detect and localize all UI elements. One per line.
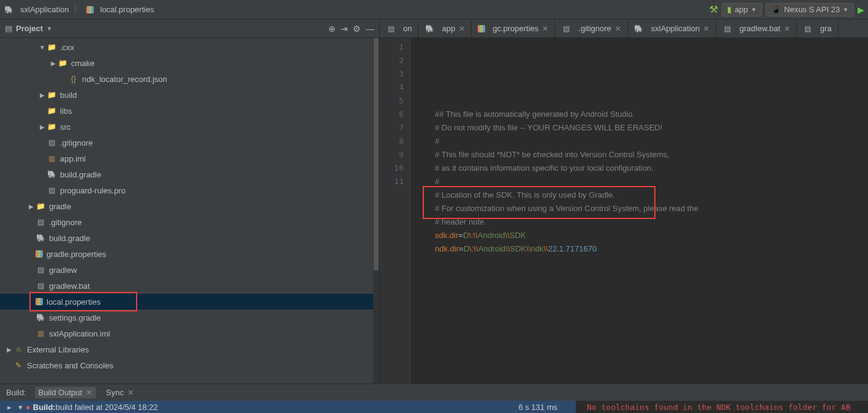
tree-row[interactable]: 🐘build.gradle bbox=[0, 166, 379, 182]
breadcrumb-item-file[interactable]: local.properties bbox=[86, 5, 154, 14]
chevron-right-icon[interactable]: ▶ bbox=[38, 124, 47, 130]
tree-item-label: cmake bbox=[71, 59, 94, 68]
build-status-left[interactable]: ▸ ▾ ● Build: build failed at 2024/5/4 18… bbox=[0, 401, 576, 413]
editor-tab[interactable]: 🐘sxlApplication✕ bbox=[628, 20, 717, 37]
build-status-bar: ▸ ▾ ● Build: build failed at 2024/5/4 18… bbox=[0, 401, 868, 413]
code-line: # bbox=[435, 135, 868, 148]
close-icon[interactable]: ✕ bbox=[703, 24, 709, 33]
folder-icon: 📁 bbox=[47, 90, 56, 100]
chevron-right-icon[interactable]: ▶ bbox=[5, 346, 13, 353]
tree-item-label: gradlew bbox=[49, 266, 77, 275]
build-tab[interactable]: Sync✕ bbox=[102, 387, 138, 398]
tree-item-label: .gitignore bbox=[49, 218, 81, 227]
tree-item-label: ndk_locator_record.json bbox=[82, 75, 167, 84]
tree-row[interactable]: ▼📁.cxx bbox=[0, 39, 379, 55]
line-number: 7 bbox=[380, 121, 404, 135]
editor-tabs: ▤on🐘app✕gc.properties✕▤.gitignore✕🐘sxlAp… bbox=[380, 20, 868, 38]
tree-row[interactable]: ▤.gitignore bbox=[0, 135, 379, 151]
close-icon[interactable]: ✕ bbox=[542, 24, 548, 33]
tree-item-label: gradle bbox=[49, 202, 71, 211]
build-tab[interactable]: Build Output✕ bbox=[35, 387, 97, 398]
file-icon: ▤ bbox=[386, 24, 396, 34]
file-icon: ▤ bbox=[36, 217, 45, 227]
editor-tab[interactable]: ▤.gitignore✕ bbox=[555, 20, 627, 37]
tree-row[interactable]: ✎Scratches and Consoles bbox=[0, 357, 379, 373]
breadcrumb-text: sxlApplication bbox=[20, 5, 69, 14]
tree-row[interactable]: local.properties bbox=[0, 294, 379, 310]
top-breadcrumb-bar: 🐘 sxlApplication 〉 local.properties ⚒ ▮ … bbox=[0, 0, 868, 20]
tab-label: sxlApplication bbox=[651, 24, 700, 33]
line-number: 9 bbox=[380, 148, 404, 162]
chevron-right-icon[interactable]: ▶ bbox=[38, 92, 47, 99]
lib-icon: ⎋ bbox=[13, 344, 23, 354]
iml-icon: ▦ bbox=[47, 154, 56, 163]
gradle-icon: 🐘 bbox=[47, 169, 56, 179]
build-status-right: No toolchains found in the NDK toolchain… bbox=[576, 401, 868, 413]
tree-row[interactable]: ▶📁gradle bbox=[0, 198, 379, 214]
run-icon[interactable]: ▶ bbox=[858, 5, 864, 15]
tree-row[interactable]: {}ndk_locator_record.json bbox=[0, 71, 379, 87]
close-icon[interactable]: ✕ bbox=[784, 24, 790, 33]
build-icon[interactable]: ⚒ bbox=[709, 4, 718, 15]
tree-row[interactable]: ▦sxlApplication.iml bbox=[0, 326, 379, 341]
tree-row[interactable]: 📁libs bbox=[0, 103, 379, 119]
device-select[interactable]: 📱 Nexus S API 23 ▼ bbox=[766, 3, 854, 17]
breadcrumb-item-project[interactable]: 🐘 sxlApplication bbox=[4, 5, 69, 15]
chevron-right-icon[interactable]: ▸ bbox=[4, 403, 15, 412]
close-icon[interactable]: ✕ bbox=[86, 388, 92, 397]
chevron-down-icon[interactable]: ▼ bbox=[47, 26, 52, 32]
build-tab-label: Sync bbox=[106, 388, 124, 397]
build-elapsed: 6 s 131 ms bbox=[518, 403, 557, 412]
editor-tab[interactable]: ▤gradlew.bat✕ bbox=[716, 20, 797, 37]
gradle-icon: 🐘 bbox=[36, 233, 45, 243]
tree-row[interactable]: 🐘build.gradle bbox=[0, 230, 379, 246]
code-line: sdk.dir=D\:\\Android\\SDK bbox=[435, 229, 868, 242]
tree-row[interactable]: ▶📁cmake bbox=[0, 55, 379, 71]
tree-row[interactable]: 🐘settings.gradle bbox=[0, 310, 379, 326]
tree-row[interactable]: ▤.gitignore bbox=[0, 214, 379, 230]
line-gutter: 1234567891011 bbox=[380, 38, 410, 384]
props-icon bbox=[36, 250, 43, 258]
tree-item-label: app.iml bbox=[60, 154, 86, 163]
chevron-right-icon[interactable]: ▶ bbox=[27, 203, 36, 210]
run-config-select[interactable]: ▮ app ▼ bbox=[722, 3, 762, 17]
editor-tab[interactable]: ▤on bbox=[380, 20, 418, 37]
chevron-down-icon[interactable]: ▾ bbox=[15, 403, 26, 412]
build-label: Build: bbox=[6, 388, 26, 397]
minimize-icon[interactable]: — bbox=[366, 24, 374, 34]
tree-row[interactable]: ▶📁build bbox=[0, 87, 379, 103]
collapse-icon[interactable]: ⇥ bbox=[341, 24, 348, 34]
tree-row[interactable]: ▤proguard-rules.pro bbox=[0, 182, 379, 198]
project-tree[interactable]: ▼📁.cxx▶📁cmake{}ndk_locator_record.json▶📁… bbox=[0, 38, 379, 384]
tree-row[interactable]: ▤gradlew bbox=[0, 262, 379, 278]
close-icon[interactable]: ✕ bbox=[615, 24, 621, 33]
scrollbar-thumb[interactable] bbox=[374, 38, 379, 270]
tree-row[interactable]: ▶⎋External Libraries bbox=[0, 341, 379, 357]
close-icon[interactable]: ✕ bbox=[459, 24, 465, 33]
close-icon[interactable]: ✕ bbox=[127, 388, 134, 397]
tree-row[interactable]: ▤gradlew.bat bbox=[0, 278, 379, 294]
chevron-right-icon[interactable]: ▶ bbox=[49, 60, 58, 67]
error-icon: ● bbox=[26, 403, 31, 412]
tree-scrollbar[interactable] bbox=[373, 38, 379, 384]
gear-icon[interactable]: ⚙ bbox=[353, 24, 361, 34]
folder-icon: 📁 bbox=[58, 58, 67, 68]
tree-row[interactable]: ▦app.iml bbox=[0, 151, 379, 166]
tree-row[interactable]: gradle.properties bbox=[0, 246, 379, 262]
code-content: ## This file is automatically generated … bbox=[410, 38, 868, 384]
file-icon: ▤ bbox=[36, 281, 45, 291]
line-number: 5 bbox=[380, 94, 404, 108]
code-editor[interactable]: 1234567891011 ## This file is automatica… bbox=[380, 38, 868, 384]
run-config-label: app bbox=[734, 5, 748, 14]
chevron-down-icon[interactable]: ▼ bbox=[38, 44, 47, 51]
code-line: # Do not modify this file -- YOUR CHANGE… bbox=[435, 121, 868, 135]
device-label: Nexus S API 23 bbox=[784, 5, 840, 14]
gradle-icon: 🐘 bbox=[634, 24, 644, 34]
locate-icon[interactable]: ⊕ bbox=[328, 24, 336, 34]
editor-tab[interactable]: 🐘app✕ bbox=[418, 20, 472, 37]
tree-row[interactable]: ▶📁src bbox=[0, 119, 379, 135]
editor-tab[interactable]: ▤gra bbox=[797, 20, 839, 37]
editor-tab[interactable]: gc.properties✕ bbox=[472, 20, 555, 37]
file-icon: ▤ bbox=[47, 185, 56, 195]
build-status-bold: Build: bbox=[33, 403, 56, 412]
